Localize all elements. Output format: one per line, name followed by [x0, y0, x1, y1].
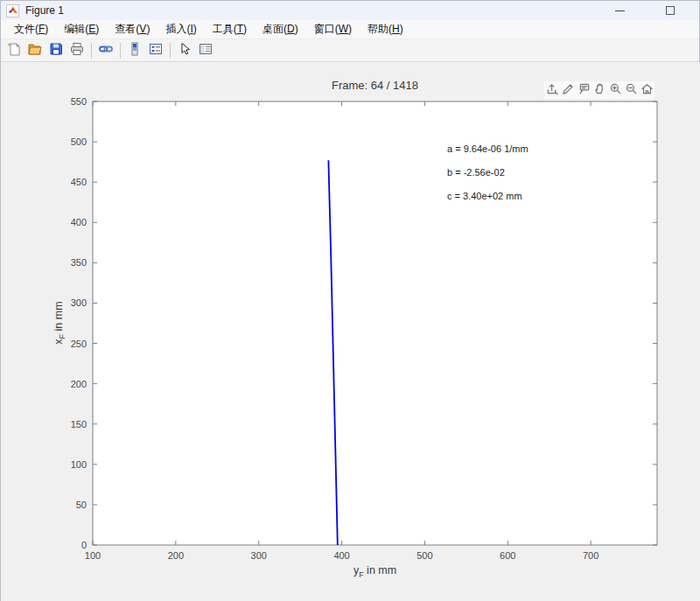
annotation-text-2: c = 3.40e+02 mm	[447, 191, 522, 201]
figure-canvas: 1002003004005006007000501001502002503003…	[1, 62, 700, 601]
y-axis-label: xF in mm	[52, 301, 67, 344]
y-tick-label: 350	[71, 257, 87, 268]
y-tick-label: 400	[71, 217, 87, 227]
minimize-icon	[615, 10, 625, 11]
open-folder-icon	[28, 42, 42, 59]
datatip-icon	[578, 82, 591, 99]
y-tick-label: 50	[76, 500, 87, 510]
y-tick-label: 450	[71, 177, 87, 187]
menu-item-f[interactable]: 文件(F)	[6, 19, 56, 39]
insert-legend-button[interactable]	[145, 41, 166, 60]
y-tick-label: 500	[71, 136, 87, 147]
plot-area: 1002003004005006007000501001502002503003…	[1, 62, 700, 601]
show-plot-tools-button[interactable]	[195, 41, 216, 60]
y-tick-label: 550	[71, 96, 87, 107]
brush-button[interactable]	[560, 82, 576, 98]
zoom-out-icon	[625, 82, 638, 99]
minimize-button[interactable]	[603, 1, 636, 20]
maximize-icon	[666, 6, 675, 15]
zoom-in-button[interactable]	[607, 82, 623, 98]
menu-item-t[interactable]: 工具(T)	[205, 19, 255, 39]
menu-item-h[interactable]: 帮助(H)	[360, 19, 411, 39]
zoom-in-icon	[609, 82, 622, 99]
toolbar-separator	[170, 43, 171, 59]
matlab-logo-icon	[6, 4, 19, 17]
restore-view-button[interactable]	[639, 82, 654, 98]
x-tick-label: 400	[333, 550, 349, 561]
axes-toolbar	[544, 81, 654, 99]
y-tick-label: 250	[71, 339, 87, 349]
home-icon	[640, 82, 654, 99]
menu-item-i[interactable]: 插入(I)	[158, 19, 204, 39]
annotation-text-0: a = 9.64e-06 1/mm	[447, 143, 528, 154]
annotation-text-1: b = -2.56e-02	[447, 167, 505, 178]
insert-colorbar-button[interactable]	[124, 41, 145, 60]
menu-item-w[interactable]: 窗口(W)	[306, 19, 360, 39]
menu-item-d[interactable]: 桌面(D)	[255, 19, 306, 39]
menu-bar: 文件(F)编辑(E)查看(V)插入(I)工具(T)桌面(D)窗口(W)帮助(H)	[1, 20, 699, 39]
y-tick-label: 200	[71, 379, 87, 389]
plot-tools-icon	[199, 42, 213, 59]
save-icon	[49, 42, 63, 59]
figure-toolbar	[1, 39, 699, 62]
menu-item-v[interactable]: 查看(V)	[107, 19, 158, 39]
toolbar-separator	[91, 43, 92, 59]
edit-plot-button[interactable]	[174, 41, 195, 60]
export-button[interactable]	[544, 82, 560, 98]
legend-icon	[149, 42, 163, 59]
x-tick-label: 200	[168, 550, 184, 561]
x-axis-label: yF in mm	[93, 564, 657, 579]
y-tick-label: 100	[71, 459, 87, 470]
axes-background	[93, 101, 657, 545]
new-figure-button[interactable]	[4, 41, 24, 60]
arrow-cursor-icon	[178, 42, 192, 59]
link-plot-button[interactable]	[95, 41, 116, 60]
x-tick-label: 600	[500, 550, 515, 561]
y-tick-label: 300	[71, 297, 87, 308]
title-bar: Figure 1	[1, 1, 699, 20]
maximize-button[interactable]	[654, 1, 687, 20]
x-tick-label: 500	[416, 550, 432, 561]
x-tick-label: 100	[85, 550, 101, 561]
brush-icon	[562, 82, 575, 99]
save-figure-button[interactable]	[46, 41, 66, 60]
pan-button[interactable]	[592, 82, 607, 98]
colorbar-icon	[128, 42, 142, 59]
y-tick-label: 0	[81, 540, 87, 550]
x-tick-label: 300	[251, 550, 267, 561]
y-tick-label: 150	[71, 419, 87, 430]
open-file-button[interactable]	[24, 41, 46, 60]
x-tick-label: 700	[583, 550, 598, 561]
new-document-icon	[7, 42, 21, 59]
menu-item-e[interactable]: 编辑(E)	[56, 19, 107, 39]
figure-window: Figure 1 文件(F)编辑(E)查看(V)插入(I)工具(T)桌面(D)窗…	[0, 0, 700, 601]
link-icon	[99, 42, 113, 59]
export-icon	[546, 82, 559, 99]
window-title: Figure 1	[25, 4, 64, 17]
zoom-out-button[interactable]	[623, 82, 639, 98]
datatips-button[interactable]	[576, 82, 592, 98]
toolbar-separator	[120, 43, 121, 59]
pan-hand-icon	[593, 82, 606, 99]
print-figure-button[interactable]	[66, 41, 88, 60]
print-icon	[70, 42, 84, 59]
